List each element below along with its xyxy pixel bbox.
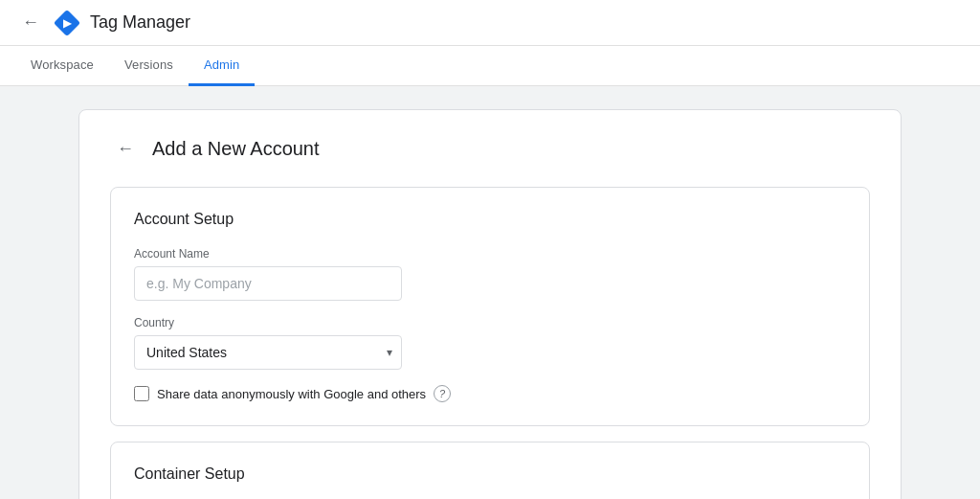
app-bar-back-button[interactable]: ← (15, 8, 46, 38)
share-data-checkbox[interactable] (134, 386, 149, 401)
account-name-group: Account Name (134, 247, 846, 301)
account-name-input[interactable] (134, 266, 402, 301)
app-bar-title: Tag Manager (90, 12, 190, 33)
form-container: ← Add a New Account Account Setup Accoun… (78, 109, 902, 499)
gtm-logo: ▶ (54, 10, 80, 36)
tab-workspace[interactable]: Workspace (15, 46, 109, 86)
country-label: Country (134, 316, 846, 329)
back-button[interactable]: ← (110, 133, 141, 164)
account-setup-title: Account Setup (134, 211, 846, 228)
country-group: Country United States United Kingdom Can… (134, 316, 846, 370)
tab-admin[interactable]: Admin (189, 46, 256, 86)
share-data-label: Share data anonymously with Google and o… (157, 387, 426, 401)
container-setup-title: Container Setup (134, 465, 846, 483)
country-select[interactable]: United States United Kingdom Canada Aust… (134, 335, 402, 370)
app-bar: ← ▶ Tag Manager (0, 0, 980, 46)
account-setup-section: Account Setup Account Name Country Unite… (110, 187, 870, 426)
share-data-row: Share data anonymously with Google and o… (134, 385, 846, 402)
container-setup-section: Container Setup Container name Target pl… (110, 442, 870, 499)
country-select-wrapper: United States United Kingdom Canada Aust… (134, 335, 402, 370)
page-header: ← Add a New Account (110, 133, 870, 164)
account-name-label: Account Name (134, 247, 846, 261)
tab-versions[interactable]: Versions (109, 46, 189, 86)
share-data-help-icon[interactable]: ? (434, 385, 451, 402)
page-title: Add a New Account (152, 138, 320, 160)
main-content: ← Add a New Account Account Setup Accoun… (0, 86, 980, 499)
nav-tabs: Workspace Versions Admin (0, 46, 980, 86)
